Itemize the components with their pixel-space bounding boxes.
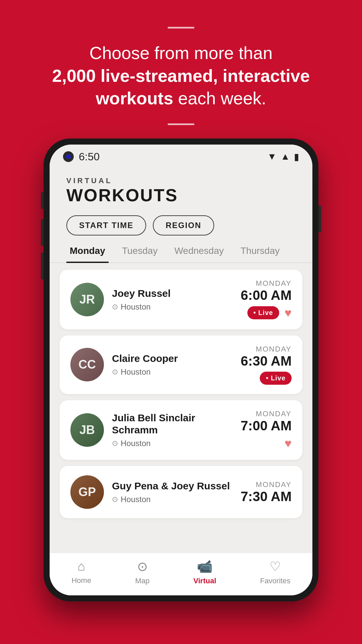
- hero-line1: Choose from more than: [89, 43, 273, 63]
- location-pin-icon-claire: ⊙: [112, 368, 118, 376]
- badges-claire: • Live: [241, 372, 292, 385]
- nav-virtual[interactable]: 📹 Virtual: [193, 559, 216, 585]
- nav-virtual-label: Virtual: [193, 577, 216, 585]
- nav-favorites-label: Favorites: [260, 577, 290, 585]
- tab-wednesday[interactable]: Wednesday: [171, 242, 227, 262]
- location-pin-icon: ⊙: [112, 303, 118, 311]
- status-icons: ▼ ▲ ▮: [267, 151, 299, 162]
- time-julia: 7:00 AM: [241, 418, 292, 433]
- nav-home[interactable]: ⌂ Home: [71, 559, 91, 585]
- app-subtitle: VIRTUAL: [66, 176, 296, 185]
- tab-monday[interactable]: Monday: [66, 242, 109, 262]
- day-tabs: Monday Tuesday Wednesday Thursday: [50, 242, 312, 263]
- workout-info-joey: Joey Russel ⊙ Houston: [112, 287, 233, 312]
- workout-name-guy: Guy Pena & Joey Russel: [112, 480, 233, 492]
- workout-location-julia: ⊙ Houston: [112, 439, 233, 448]
- workout-time-joey: MONDAY 6:00 AM • Live ♥: [241, 279, 292, 320]
- bottom-nav: ⌂ Home ⊙ Map 📹 Virtual ♡ Favorites: [50, 553, 312, 595]
- workout-info-guy: Guy Pena & Joey Russel ⊙ Houston: [112, 480, 233, 504]
- wifi-icon: ▼: [267, 151, 277, 162]
- battery-icon: ▮: [294, 151, 299, 162]
- badges-joey: • Live ♥: [241, 306, 292, 320]
- avatar-claire: CC: [70, 348, 104, 381]
- status-left: 6:50: [63, 151, 100, 163]
- heart-icon-julia[interactable]: ♥: [285, 436, 292, 450]
- location-text-julia: Houston: [121, 439, 150, 448]
- start-time-filter[interactable]: START TIME: [66, 215, 146, 235]
- live-badge-claire: • Live: [260, 372, 292, 385]
- phone-screen: 6:50 ▼ ▲ ▮ VIRTUAL WORKOUTS START TIME R…: [50, 145, 312, 595]
- volume-down-button: [41, 253, 44, 279]
- avatar-guy: GP: [70, 475, 104, 509]
- workout-location-claire: ⊙ Houston: [112, 367, 233, 377]
- workout-info-claire: Claire Cooper ⊙ Houston: [112, 353, 233, 377]
- hero-suffix: each week.: [178, 89, 266, 108]
- avatar-julia: JB: [70, 413, 104, 447]
- divider-top: [168, 27, 194, 29]
- map-icon: ⊙: [137, 559, 148, 574]
- region-filter[interactable]: REGION: [153, 215, 214, 235]
- home-icon: ⌂: [77, 559, 85, 574]
- workout-list: JR Joey Russel ⊙ Houston MONDAY 6:00 AM: [50, 263, 312, 553]
- filter-row: START TIME REGION: [50, 212, 312, 242]
- live-badge-joey: • Live: [247, 306, 279, 319]
- workout-card-joey[interactable]: JR Joey Russel ⊙ Houston MONDAY 6:00 AM: [60, 270, 302, 329]
- location-pin-icon-guy: ⊙: [112, 495, 118, 504]
- nav-home-label: Home: [71, 576, 91, 585]
- volume-up-button: [41, 219, 44, 246]
- location-text-joey: Houston: [121, 302, 150, 312]
- nav-favorites[interactable]: ♡ Favorites: [260, 559, 290, 585]
- day-label-julia: MONDAY: [241, 410, 292, 418]
- camera-dot: [63, 151, 74, 162]
- time-claire: 6:30 AM: [241, 354, 292, 368]
- workout-card-julia[interactable]: JB Julia Bell Sinclair Schramm ⊙ Houston…: [60, 400, 302, 460]
- location-text-guy: Houston: [121, 495, 150, 504]
- workout-name-julia: Julia Bell Sinclair Schramm: [112, 412, 233, 436]
- workout-card-claire[interactable]: CC Claire Cooper ⊙ Houston MONDAY 6:30 A…: [60, 335, 302, 394]
- workout-time-claire: MONDAY 6:30 AM • Live: [241, 345, 292, 385]
- tab-thursday[interactable]: Thursday: [237, 242, 283, 262]
- workout-location-joey: ⊙ Houston: [112, 302, 233, 312]
- signal-icon: ▲: [281, 151, 290, 162]
- hero-text: Choose from more than 2,000 live-streame…: [0, 42, 362, 110]
- status-bar: 6:50 ▼ ▲ ▮: [50, 145, 312, 166]
- virtual-icon: 📹: [197, 559, 213, 574]
- divider-bottom: [168, 123, 194, 125]
- app-content: VIRTUAL WORKOUTS START TIME REGION Monda…: [50, 166, 312, 595]
- workout-location-guy: ⊙ Houston: [112, 495, 233, 504]
- location-text-claire: Houston: [121, 367, 150, 377]
- nav-map-label: Map: [135, 577, 149, 585]
- day-label-claire: MONDAY: [241, 345, 292, 354]
- workout-time-julia: MONDAY 7:00 AM ♥: [241, 410, 292, 450]
- workout-name-joey: Joey Russel: [112, 287, 233, 300]
- workout-time-guy: MONDAY 7:30 AM: [241, 480, 292, 504]
- app-header: VIRTUAL WORKOUTS: [50, 166, 312, 212]
- favorites-icon: ♡: [269, 559, 281, 574]
- time-guy: 7:30 AM: [241, 489, 292, 504]
- status-time: 6:50: [79, 151, 100, 163]
- badges-julia: ♥: [241, 436, 292, 450]
- day-label-joey: MONDAY: [241, 279, 292, 288]
- nav-map[interactable]: ⊙ Map: [135, 559, 149, 585]
- workout-name-claire: Claire Cooper: [112, 353, 233, 365]
- tab-tuesday[interactable]: Tuesday: [119, 242, 161, 262]
- workout-info-julia: Julia Bell Sinclair Schramm ⊙ Houston: [112, 412, 233, 448]
- volume-mute-button: [41, 192, 44, 209]
- heart-icon-joey[interactable]: ♥: [285, 306, 292, 320]
- location-pin-icon-julia: ⊙: [112, 439, 118, 448]
- time-joey: 6:00 AM: [241, 288, 292, 303]
- workout-card-guy[interactable]: GP Guy Pena & Joey Russel ⊙ Houston MOND…: [60, 466, 302, 518]
- phone-mockup: 6:50 ▼ ▲ ▮ VIRTUAL WORKOUTS START TIME R…: [44, 139, 318, 601]
- power-button: [318, 206, 321, 232]
- camera-inner: [66, 154, 71, 159]
- day-label-guy: MONDAY: [241, 480, 292, 489]
- hero-section: Choose from more than 2,000 live-streame…: [0, 0, 362, 139]
- avatar-joey: JR: [70, 283, 104, 316]
- app-title: WORKOUTS: [66, 185, 296, 205]
